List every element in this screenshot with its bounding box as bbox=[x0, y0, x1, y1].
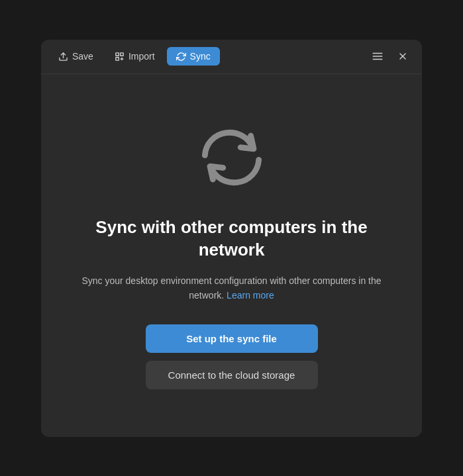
sync-button[interactable]: Sync bbox=[167, 47, 220, 66]
main-content: Sync with other computers in the network… bbox=[41, 74, 422, 437]
save-button[interactable]: Save bbox=[49, 47, 103, 66]
save-icon bbox=[58, 52, 68, 62]
app-window: Save Import Sync bbox=[41, 40, 422, 437]
toolbar: Save Import Sync bbox=[41, 40, 422, 74]
connect-cloud-storage-button[interactable]: Connect to the cloud storage bbox=[146, 361, 318, 389]
import-icon bbox=[115, 52, 125, 62]
close-icon bbox=[397, 51, 408, 62]
sync-large-icon bbox=[195, 121, 268, 194]
close-button[interactable] bbox=[391, 45, 414, 68]
menu-icon bbox=[372, 50, 384, 62]
svg-rect-3 bbox=[116, 57, 119, 60]
sync-icon-wrapper bbox=[195, 121, 268, 197]
menu-button[interactable] bbox=[366, 45, 389, 68]
svg-rect-2 bbox=[121, 52, 123, 55]
sync-toolbar-icon bbox=[176, 52, 186, 62]
setup-sync-file-button[interactable]: Set up the sync file bbox=[146, 324, 318, 353]
svg-rect-1 bbox=[116, 52, 119, 55]
import-button[interactable]: Import bbox=[105, 47, 164, 66]
main-title: Sync with other computers in the network bbox=[81, 216, 382, 262]
learn-more-link[interactable]: Learn more bbox=[227, 290, 274, 301]
main-description: Sync your desktop environment configurat… bbox=[81, 273, 382, 303]
